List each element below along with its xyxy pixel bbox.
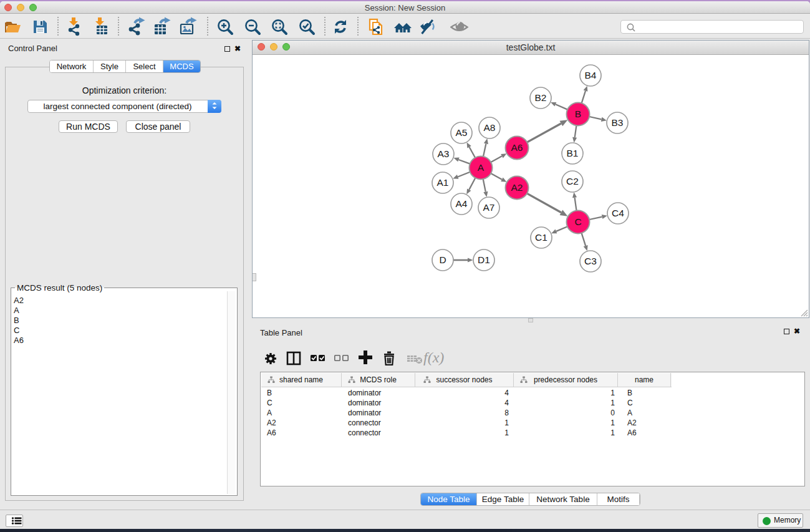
svg-text:B3: B3 (612, 117, 624, 128)
svg-text:A3: A3 (438, 148, 450, 159)
svg-text:C1: C1 (535, 232, 547, 243)
svg-text:C3: C3 (584, 256, 597, 266)
svg-text:A2: A2 (511, 182, 523, 193)
svg-text:B4: B4 (585, 70, 597, 80)
svg-text:A5: A5 (456, 127, 468, 138)
svg-text:C4: C4 (612, 208, 624, 218)
svg-text:D: D (439, 254, 446, 265)
svg-text:A1: A1 (437, 177, 449, 188)
svg-text:B: B (575, 109, 581, 119)
svg-text:C: C (574, 216, 581, 227)
svg-text:B1: B1 (567, 148, 579, 158)
svg-text:A: A (478, 162, 485, 173)
svg-text:f(x): f(x) (423, 349, 444, 365)
svg-text:C2: C2 (566, 176, 579, 186)
svg-text:A7: A7 (483, 202, 495, 213)
svg-text:A4: A4 (456, 198, 468, 209)
svg-text:A8: A8 (484, 122, 496, 133)
svg-text:A6: A6 (511, 142, 523, 153)
svg-text:D1: D1 (478, 254, 490, 265)
svg-text:B2: B2 (535, 92, 547, 103)
